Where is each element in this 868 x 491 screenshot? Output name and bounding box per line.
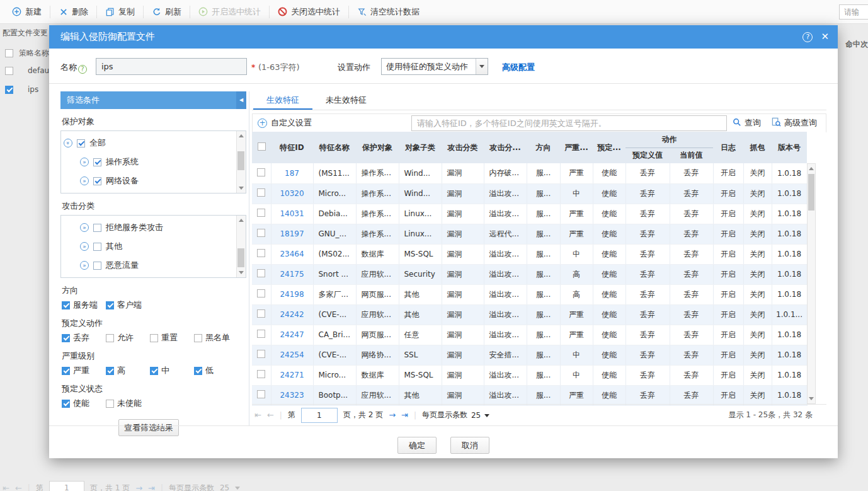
help-icon[interactable]: ? [802,32,813,42]
name-input[interactable] [96,58,247,75]
filter-option[interactable]: 中 [150,365,194,376]
feature-id-link[interactable]: 24247 [271,325,313,345]
feature-id-link[interactable]: 24175 [271,264,313,284]
tree-checkbox[interactable] [93,243,101,251]
toolbar-button[interactable]: 关闭选中统计 [270,6,349,18]
tab-inactive-features[interactable]: 未生效特征 [312,91,380,110]
filter-option[interactable]: 低 [194,365,238,376]
view-filter-results-button[interactable]: 查看筛选结果 [118,419,179,436]
attack-category-item[interactable]: »拒绝服务类攻击 [64,218,233,237]
filter-checkbox[interactable] [194,334,202,342]
filter-checkbox[interactable] [106,367,114,375]
toolbar-button[interactable]: 清空统计数据 [349,6,428,18]
scrollbar[interactable] [236,131,246,193]
filter-option[interactable]: 允许 [106,332,150,344]
expand-icon[interactable]: » [80,223,89,232]
filter-checkbox[interactable] [150,334,158,342]
row-checkbox[interactable] [257,168,265,176]
filter-checkbox[interactable] [62,367,70,375]
table-scrollbar[interactable] [807,163,816,404]
protect-object-item[interactable]: »全部 [64,134,233,153]
toolbar-button[interactable]: 新建 [4,6,50,18]
advanced-config-link[interactable]: 高级配置 [502,62,535,73]
filter-checkbox[interactable] [62,301,70,309]
tree-checkbox[interactable] [93,177,101,185]
feature-id-link[interactable]: 24271 [271,365,313,385]
expand-icon[interactable]: » [80,261,89,270]
feature-id-link[interactable]: 24254 [271,345,313,365]
toolbar-button[interactable]: 刷新 [144,6,190,18]
row-checkbox[interactable] [257,249,265,257]
row-checkbox[interactable] [257,269,265,277]
scrollbar[interactable] [236,216,246,277]
select-all-checkbox[interactable] [5,49,13,57]
feature-id-link[interactable]: 187 [271,163,313,183]
tab-active-features[interactable]: 生效特征 [253,91,312,110]
filter-checkbox[interactable] [62,334,70,342]
expand-icon[interactable]: » [80,158,89,166]
filter-checkbox[interactable] [106,334,114,342]
filter-option[interactable]: 服务端 [62,299,106,311]
filter-checkbox[interactable] [62,400,70,408]
row-checkbox[interactable] [257,209,265,217]
tree-checkbox[interactable] [93,262,101,270]
row-checkbox[interactable] [257,370,265,378]
ok-button[interactable]: 确定 [397,437,437,454]
chevron-down-icon[interactable] [476,59,488,74]
tree-checkbox[interactable] [77,139,85,147]
row-checkbox[interactable] [257,229,265,237]
name-help-icon[interactable]: ? [78,65,87,74]
feature-id-link[interactable]: 10320 [271,183,313,204]
filter-option[interactable]: 使能 [62,398,106,409]
row-checkbox[interactable] [5,67,13,75]
protect-object-item[interactable]: »网络设备 [64,171,233,190]
feature-id-search-input[interactable] [411,115,727,131]
feature-id-link[interactable]: 23464 [271,244,313,264]
filter-checkbox[interactable] [106,301,114,309]
filter-option[interactable]: 丢弃 [62,332,106,344]
protect-object-item[interactable]: »操作系统 [64,153,233,171]
row-checkbox[interactable] [5,86,13,94]
feature-id-link[interactable]: 24242 [271,304,313,325]
expand-icon[interactable]: » [64,139,72,147]
attack-category-item[interactable]: »其他 [64,237,233,256]
filter-option[interactable]: 未使能 [106,398,150,409]
filter-option[interactable]: 黑名单 [194,332,238,344]
filter-option[interactable]: 重置 [150,332,194,344]
cancel-button[interactable]: 取消 [450,437,489,454]
row-checkbox[interactable] [257,350,265,358]
per-page-select[interactable]: 每页显示条数 25 [422,410,489,420]
feature-id-link[interactable]: 14031 [271,204,313,224]
filter-checkbox[interactable] [106,400,114,408]
feature-id-link[interactable]: 24198 [271,284,313,304]
row-checkbox[interactable] [257,309,265,318]
action-select[interactable]: 使用特征的预定义动作 [381,58,488,75]
advanced-query-button[interactable]: 高级查询 [772,114,817,132]
expand-icon[interactable]: » [80,176,89,185]
attack-category-item[interactable]: »恶意流量 [64,256,233,275]
close-icon[interactable]: ✕ [821,25,829,49]
toolbar-button[interactable]: 删除 [50,6,97,18]
collapse-panel-icon[interactable]: ◀ [236,91,246,109]
feature-id-link[interactable]: 18197 [271,224,313,244]
expand-icon[interactable]: » [80,242,89,251]
filter-option[interactable]: 严重 [62,365,106,376]
tree-checkbox[interactable] [93,158,101,166]
last-page-icon[interactable]: ⇥ [401,410,408,420]
row-checkbox[interactable] [257,289,265,297]
filter-option[interactable]: 高 [106,365,150,376]
filter-checkbox[interactable] [194,367,202,375]
filter-checkbox[interactable] [150,367,158,375]
row-checkbox[interactable] [257,188,265,197]
row-checkbox[interactable] [257,330,265,338]
tree-checkbox[interactable] [93,224,101,232]
query-button[interactable]: 查询 [733,114,761,132]
filter-option[interactable]: 客户端 [106,299,150,311]
select-all-checkbox[interactable] [258,142,266,151]
top-right-search-input[interactable] [839,4,868,20]
page-number-input[interactable] [301,408,338,423]
row-checkbox[interactable] [257,390,265,398]
feature-id-link[interactable]: 24323 [271,385,313,405]
next-page-icon[interactable]: → [389,410,396,420]
custom-settings-button[interactable]: + 自定义设置 [258,114,312,132]
